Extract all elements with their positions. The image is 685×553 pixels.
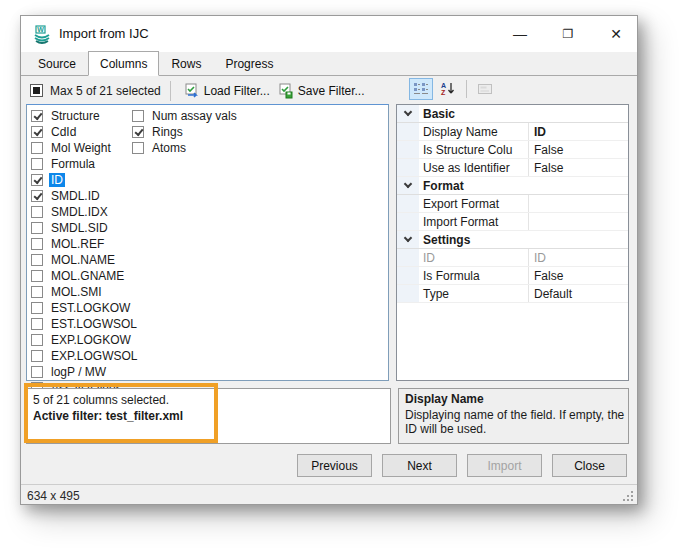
list-item[interactable]: MOL.SMI bbox=[31, 284, 139, 300]
chevron-down-icon[interactable] bbox=[404, 234, 412, 242]
checkbox[interactable] bbox=[132, 110, 144, 122]
checkbox[interactable] bbox=[31, 286, 43, 298]
property-row: IDID bbox=[397, 249, 628, 267]
checkbox[interactable] bbox=[31, 222, 43, 234]
property-value[interactable]: Default bbox=[529, 285, 628, 302]
property-group-basic[interactable]: Basic bbox=[397, 105, 628, 123]
list-item[interactable]: SMDL.ID bbox=[31, 188, 139, 204]
checkbox[interactable] bbox=[31, 270, 43, 282]
list-item[interactable]: SMDL.SID bbox=[31, 220, 139, 236]
list-item[interactable]: EXP.LOGKOW bbox=[31, 332, 139, 348]
load-filter-icon bbox=[184, 83, 200, 99]
checkbox[interactable] bbox=[31, 318, 43, 330]
checkbox[interactable] bbox=[31, 190, 43, 202]
list-item[interactable]: Num assay vals bbox=[132, 108, 239, 124]
list-item-label[interactable]: MOL.GNAME bbox=[49, 269, 126, 283]
chevron-down-icon[interactable] bbox=[404, 108, 412, 116]
window-title: Import from IJC bbox=[59, 26, 149, 41]
toolbar-separator bbox=[466, 80, 467, 98]
list-item-label[interactable]: Structure bbox=[49, 109, 102, 123]
list-item[interactable]: MOL.REF bbox=[31, 236, 139, 252]
property-group-format[interactable]: Format bbox=[397, 177, 628, 195]
list-item[interactable]: Structure bbox=[31, 108, 139, 124]
list-item-label[interactable]: Mol Weight bbox=[49, 141, 113, 155]
list-item-label[interactable]: SMDL.IDX bbox=[49, 205, 110, 219]
property-value[interactable] bbox=[529, 213, 628, 230]
property-value[interactable]: False bbox=[529, 159, 628, 176]
resize-grip-icon[interactable] bbox=[623, 491, 634, 502]
row-gutter bbox=[397, 267, 419, 284]
list-item[interactable]: EST.LOGWSOL bbox=[31, 316, 139, 332]
property-value[interactable]: False bbox=[529, 267, 628, 284]
list-item[interactable]: MOL.NAME bbox=[31, 252, 139, 268]
property-row: TypeDefault bbox=[397, 285, 628, 303]
next-button[interactable]: Next bbox=[382, 454, 457, 477]
previous-button[interactable]: Previous bbox=[297, 454, 372, 477]
maximize-button[interactable]: ❐ bbox=[551, 16, 585, 52]
list-item[interactable]: Formula bbox=[31, 156, 139, 172]
list-item[interactable]: Mol Weight bbox=[31, 140, 139, 156]
list-item-label[interactable]: MOL.REF bbox=[49, 237, 106, 251]
list-item-label[interactable]: Atoms bbox=[150, 141, 188, 155]
checkbox[interactable] bbox=[31, 110, 43, 122]
minimize-button[interactable]: — bbox=[503, 16, 537, 52]
list-item-label[interactable]: EXP.LOGWSOL bbox=[49, 349, 139, 363]
checkbox[interactable] bbox=[31, 158, 43, 170]
property-group-settings[interactable]: Settings bbox=[397, 231, 628, 249]
checkbox[interactable] bbox=[31, 238, 43, 250]
list-item[interactable]: SMDL.IDX bbox=[31, 204, 139, 220]
list-item[interactable]: ID bbox=[31, 172, 139, 188]
list-item[interactable]: CdId bbox=[31, 124, 139, 140]
max-selected-checkbox[interactable] bbox=[30, 84, 43, 97]
list-item-label[interactable]: MOL.NAME bbox=[49, 253, 117, 267]
property-name: Export Format bbox=[419, 195, 529, 212]
checkbox[interactable] bbox=[31, 126, 43, 138]
checkbox[interactable] bbox=[31, 174, 43, 186]
checkbox[interactable] bbox=[31, 206, 43, 218]
list-item-label[interactable]: SMDL.SID bbox=[49, 221, 110, 235]
property-value[interactable]: False bbox=[529, 141, 628, 158]
list-item-label[interactable]: MOL.SMI bbox=[49, 285, 104, 299]
list-item[interactable]: EST.LOGKOW bbox=[31, 300, 139, 316]
sort-alphabetical-button[interactable]: A Z bbox=[436, 78, 460, 100]
checkbox[interactable] bbox=[31, 366, 43, 378]
tab-rows[interactable]: Rows bbox=[159, 53, 213, 76]
list-item-label[interactable]: Rings bbox=[150, 125, 185, 139]
list-item[interactable]: Rings bbox=[132, 124, 239, 140]
categorized-view-button[interactable] bbox=[409, 78, 433, 100]
list-item-label[interactable]: SMDL.ID bbox=[49, 189, 102, 203]
save-filter-button[interactable]: Save Filter... bbox=[274, 81, 369, 101]
property-name: Display Name bbox=[419, 123, 529, 140]
checkbox[interactable] bbox=[31, 334, 43, 346]
list-item-label[interactable]: EXP.LOGKOW bbox=[49, 333, 133, 347]
list-item-label[interactable]: EST.LOGWSOL bbox=[49, 317, 139, 331]
checkbox[interactable] bbox=[132, 126, 144, 138]
list-item[interactable]: Atoms bbox=[132, 140, 239, 156]
property-value[interactable]: ID bbox=[529, 123, 628, 140]
list-item-label[interactable]: Num assay vals bbox=[150, 109, 239, 123]
property-value[interactable] bbox=[529, 195, 628, 212]
checkbox[interactable] bbox=[31, 302, 43, 314]
dialog-size-label: 634 x 495 bbox=[27, 489, 80, 503]
tab-progress[interactable]: Progress bbox=[213, 53, 285, 76]
tab-source[interactable]: Source bbox=[26, 53, 88, 76]
close-button[interactable]: ✕ bbox=[599, 16, 633, 52]
close-button[interactable]: Close bbox=[552, 454, 627, 477]
load-filter-button[interactable]: Load Filter... bbox=[180, 81, 274, 101]
list-item-label[interactable]: ID bbox=[49, 173, 65, 187]
chevron-down-icon[interactable] bbox=[404, 180, 412, 188]
checkbox[interactable] bbox=[31, 350, 43, 362]
list-item-label[interactable]: EST.LOGKOW bbox=[49, 301, 132, 315]
list-item-label[interactable]: logP / MW bbox=[49, 365, 108, 379]
max-selected-label[interactable]: Max 5 of 21 selected bbox=[50, 84, 161, 98]
list-item[interactable]: logP / MW bbox=[31, 364, 139, 380]
dialog-button-row: PreviousNextImportClose bbox=[297, 454, 627, 477]
list-item-label[interactable]: CdId bbox=[49, 125, 78, 139]
list-item-label[interactable]: Formula bbox=[49, 157, 97, 171]
checkbox[interactable] bbox=[31, 142, 43, 154]
list-item[interactable]: EXP.LOGWSOL bbox=[31, 348, 139, 364]
list-item[interactable]: MOL.GNAME bbox=[31, 268, 139, 284]
tab-columns[interactable]: Columns bbox=[88, 51, 159, 76]
checkbox[interactable] bbox=[132, 142, 144, 154]
checkbox[interactable] bbox=[31, 254, 43, 266]
